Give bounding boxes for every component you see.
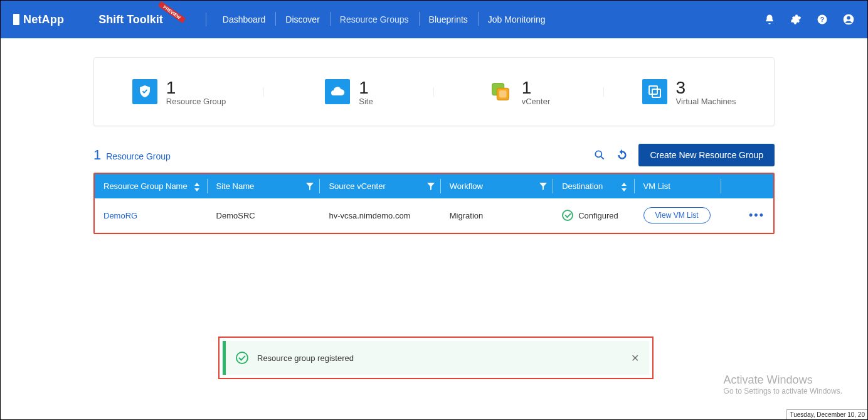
main-nav: Dashboard Discover Resource Groups Bluep… [206, 13, 556, 26]
nav-dashboard[interactable]: Dashboard [213, 14, 276, 24]
sort-icon [621, 183, 628, 190]
brand-name: NetApp [23, 13, 64, 26]
rg-count-label: Resource Group [106, 151, 171, 161]
svg-point-3 [847, 16, 850, 19]
rg-name-link[interactable]: DemoRG [103, 211, 137, 220]
nav-blueprints[interactable]: Blueprints [419, 14, 478, 24]
table-row: DemoRG DemoSRC hv-vcsa.nimdemo.com Migra… [95, 198, 773, 233]
svg-rect-8 [652, 89, 660, 97]
svg-rect-7 [649, 86, 657, 94]
nav-resource-groups[interactable]: Resource Groups [330, 14, 419, 24]
col-vm-list[interactable]: VM List [635, 174, 722, 198]
windows-activation-watermark: Activate Windows Go to Settings to activ… [724, 374, 842, 396]
close-icon[interactable]: ✕ [631, 352, 639, 364]
stat-vms-label: Virtual Machines [676, 97, 736, 106]
summary-card: 1 Resource Group 1 Site 1 [93, 57, 775, 126]
top-left: NetApp Shift Toolkit PREVIEW Dashboard D… [13, 13, 556, 26]
stat-vcenter-count: 1 [522, 78, 551, 98]
filter-icon [539, 183, 547, 190]
filter-icon [306, 183, 314, 190]
cloud-icon [325, 79, 350, 104]
col-source-vcenter[interactable]: Source vCenter [320, 174, 440, 198]
col-actions [721, 174, 773, 198]
resource-group-table: Resource Group Name Site Name Source vCe… [95, 174, 773, 233]
create-resource-group-button[interactable]: Create New Resource Group [638, 144, 775, 166]
svg-rect-6 [499, 90, 506, 97]
stat-resource-group-count: 1 [166, 78, 226, 98]
cell-vcenter: hv-vcsa.nimdemo.com [320, 198, 440, 233]
col-resource-group-name[interactable]: Resource Group Name [95, 174, 208, 198]
stat-resource-group-label: Resource Group [166, 97, 226, 106]
watermark-sub: Go to Settings to activate Windows. [724, 387, 842, 396]
success-icon [236, 352, 248, 364]
top-bar: NetApp Shift Toolkit PREVIEW Dashboard D… [1, 1, 867, 38]
shield-icon [132, 79, 157, 104]
vm-icon [642, 79, 667, 104]
check-circle-icon [562, 210, 573, 221]
stat-resource-group: 1 Resource Group [94, 78, 264, 106]
action-row: 1 Resource Group Create New Resource Gro… [93, 144, 775, 166]
refresh-icon[interactable] [616, 149, 628, 161]
sort-icon [194, 183, 201, 190]
nav-job-monitoring[interactable]: Job Monitoring [478, 14, 556, 24]
content-area: 1 Resource Group 1 Site 1 [1, 38, 867, 234]
rg-count-number: 1 [93, 147, 101, 163]
stat-site: 1 Site [264, 78, 434, 106]
toast-highlight: Resource group registered ✕ [218, 337, 654, 379]
nav-separator [206, 13, 206, 26]
brand-logo: NetApp [13, 13, 64, 26]
row-actions-menu[interactable]: ••• [730, 209, 765, 222]
resource-group-count: 1 Resource Group [93, 147, 171, 163]
search-icon[interactable] [593, 149, 606, 161]
stat-vcenter: 1 vCenter [434, 78, 604, 106]
stat-site-label: Site [359, 97, 373, 106]
cell-site: DemoSRC [208, 198, 320, 233]
stat-vcenter-label: vCenter [522, 97, 551, 106]
product-name: Shift Toolkit [98, 13, 163, 26]
stat-vms: 3 Virtual Machines [604, 78, 774, 106]
top-right: ? [763, 13, 855, 26]
taskbar-date-tooltip: Tuesday, December 10, 20 [786, 409, 867, 419]
nav-discover[interactable]: Discover [275, 14, 329, 24]
destination-text: Configured [578, 211, 618, 220]
watermark-title: Activate Windows [724, 374, 842, 387]
action-right: Create New Resource Group [593, 144, 775, 166]
destination-status: Configured [562, 210, 625, 221]
gear-icon[interactable] [790, 13, 802, 26]
svg-line-10 [601, 157, 604, 159]
svg-text:?: ? [820, 16, 824, 23]
stat-site-count: 1 [359, 78, 373, 98]
toast: Resource group registered ✕ [223, 341, 649, 375]
col-destination[interactable]: Destination [553, 174, 634, 198]
svg-point-9 [596, 151, 602, 157]
vcenter-icon [488, 79, 513, 104]
stat-vms-count: 3 [676, 78, 736, 98]
bell-icon[interactable] [763, 13, 776, 26]
resource-group-table-wrap: Resource Group Name Site Name Source vCe… [93, 173, 775, 234]
toast-message: Resource group registered [257, 353, 354, 363]
help-icon[interactable]: ? [816, 13, 828, 26]
cell-workflow: Migration [441, 198, 553, 233]
view-vm-list-button[interactable]: View VM List [643, 207, 711, 223]
user-icon[interactable] [842, 13, 855, 26]
col-site-name[interactable]: Site Name [208, 174, 320, 198]
col-workflow[interactable]: Workflow [441, 174, 553, 198]
netapp-mark-icon [13, 14, 19, 25]
product-name-wrap: Shift Toolkit PREVIEW [98, 13, 174, 26]
filter-icon [427, 183, 435, 190]
